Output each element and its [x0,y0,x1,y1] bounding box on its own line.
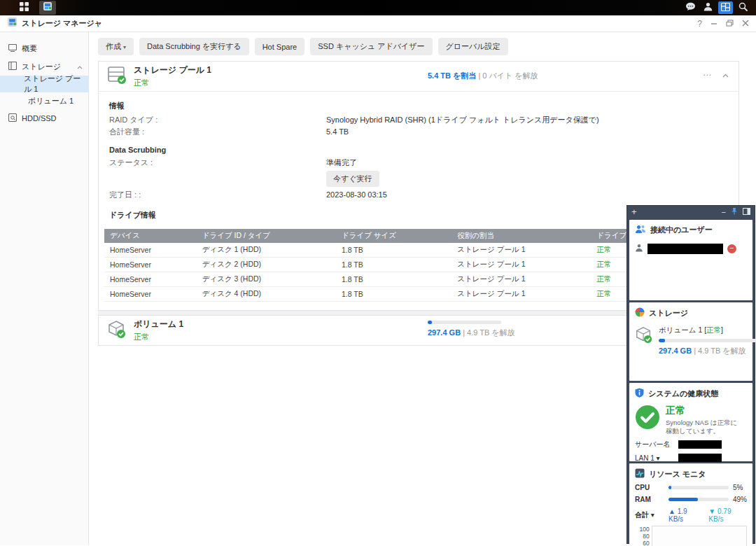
sidebar-item-storage-pool-1[interactable]: ストレージ プール 1 [0,76,88,92]
scrub-status-label: ステータス : [109,157,326,169]
widget-volume-bar [659,339,756,342]
user-menu-button[interactable] [701,1,715,14]
raid-type-label: RAID タイプ : [109,114,326,126]
chevron-up-icon[interactable] [77,62,83,71]
cpu-usage-bar [668,486,729,489]
pool-usage-summary: 5.4 TB を割当 | 0 バイト を解放 [428,71,538,81]
search-button[interactable] [736,1,750,14]
network-chart: 100806040200 [635,526,747,546]
pool-status: 正常 [134,78,211,88]
ram-value: 49% [733,496,747,503]
collapse-widgets-button[interactable]: − [722,208,726,216]
redacted-lan-ip [678,454,722,462]
connected-users-icon [635,225,646,235]
toolbar: 作成▾ Data Scrubbing を実行する Hot Spare SSD キ… [89,32,756,61]
search-icon [738,1,748,14]
widgets-button[interactable] [718,1,733,14]
help-button[interactable]: ? [697,19,702,29]
column-header[interactable]: デバイス [104,229,197,243]
disconnect-user-button[interactable]: − [727,244,736,253]
sidebar-item-hdd-ssd[interactable]: HDD/SSD [0,109,88,127]
health-check-icon [635,405,660,435]
ram-usage-bar [668,498,729,501]
notifications-button[interactable] [683,1,698,14]
system-health-title: システムの健康状態 [648,388,718,399]
cpu-label: CPU [635,484,656,491]
create-button[interactable]: 作成▾ [98,38,134,55]
scrub-status-value: 準備完了 [326,157,357,169]
health-message: Synology NAS は正常に稼動しています。 [666,419,741,435]
capacity-label: 合計容量 : [109,126,326,138]
sidebar-item-overview[interactable]: 概要 [0,39,88,57]
column-header[interactable]: ドライブ サイズ [336,229,451,243]
connected-user-row[interactable]: − [635,242,747,255]
widget-volume-name: ボリューム 1 [正常] [659,326,756,335]
raid-type-value: Synology Hybrid RAID (SHR) (1ドライブ フォルト ト… [326,114,599,126]
widgets-icon [721,1,730,14]
run-now-button[interactable]: 今すぐ実行 [326,171,379,187]
upload-icon: ▲ [668,507,676,515]
window-titlebar[interactable]: ストレージ マネージャ ? [0,15,756,32]
server-name-label: サーバー名 [635,440,678,449]
sidebar-item-label: ストレージ [22,62,61,72]
main-menu-button[interactable] [15,1,32,15]
taskbar-storage-manager-button[interactable] [39,1,56,15]
upload-speed: ▲ 1.9 KB/s [668,507,703,523]
ram-label: RAM [635,496,656,503]
sidebar-item-label: 概要 [22,43,37,54]
hdd-icon [8,113,17,123]
maximize-button[interactable] [726,19,734,29]
taskbar [0,0,756,15]
pool-menu-icon[interactable]: ⋯ [703,70,711,80]
storage-widget: ストレージ ボリューム 1 [正常] 297.4 GB | 4.9 TB を解放 [629,302,752,381]
health-status: 正常 [666,405,741,417]
connected-users-widget: 接続中のユーザー − [629,220,752,300]
volume-usage: 297.4 GB | 4.9 TB を解放 [428,321,515,338]
sidebar-item-label: HDD/SSD [22,114,57,122]
column-header[interactable]: ドライブ ID / タイプ [197,229,336,243]
column-header[interactable]: 役割の割当 [451,229,591,243]
window-title: ストレージ マネージャ [22,18,102,29]
storage-icon [8,62,17,71]
storage-pie-icon [635,307,645,318]
overview-icon [8,44,17,53]
global-settings-button[interactable]: グローバル設定 [438,38,508,55]
ssd-cache-advisor-button[interactable]: SSD キャッシュ アドバイザー [310,38,432,55]
add-widget-button[interactable]: + [631,207,637,216]
sidebar-item-volume-1[interactable]: ボリューム 1 [0,92,88,109]
widget-panel-header: + − [629,206,752,218]
system-health-widget: システムの健康状態 正常 Synology NAS は正常に稼動しています。 サ… [629,383,752,461]
volume-usage-bar [428,321,501,324]
apps-grid-icon [20,1,29,14]
person-icon [704,1,713,14]
pin-icon[interactable] [731,207,738,216]
y-tick: 60 [643,540,649,546]
app-icon [7,17,18,30]
resource-monitor-icon [635,468,645,479]
close-button[interactable] [742,19,749,29]
chevron-down-icon: ▾ [123,44,126,50]
network-total-label[interactable]: 合計 ▾ [635,510,657,520]
download-icon: ▼ [708,507,715,515]
pool-title: ストレージ プール 1 [134,64,211,76]
lan-label[interactable]: LAN 1 ▾ [635,454,678,462]
chart-y-axis: 100806040200 [635,526,652,546]
pool-collapse-icon[interactable] [722,70,729,80]
storage-widget-title: ストレージ [649,308,688,318]
scrubbing-section-title: Data Scrubbing [109,142,728,157]
user-icon [635,242,643,255]
volume-title: ボリューム 1 [134,318,183,330]
health-shield-icon [635,388,644,399]
y-tick: 100 [640,526,650,533]
data-scrubbing-button[interactable]: Data Scrubbing を実行する [139,38,249,55]
storage-pool-icon [107,65,127,88]
resource-monitor-title: リソース モニタ [649,469,706,479]
info-section-title: 情報 [109,97,728,114]
minimize-button[interactable] [710,19,718,29]
completed-date-value: 2023-08-30 03:15 [326,189,387,201]
download-speed: ▼ 0.79 KB/s [708,507,747,523]
dock-panel-icon[interactable] [743,208,750,216]
storage-manager-icon [43,1,52,14]
connected-users-title: 接続中のユーザー [650,225,713,235]
hot-spare-button[interactable]: Hot Spare [255,38,305,55]
